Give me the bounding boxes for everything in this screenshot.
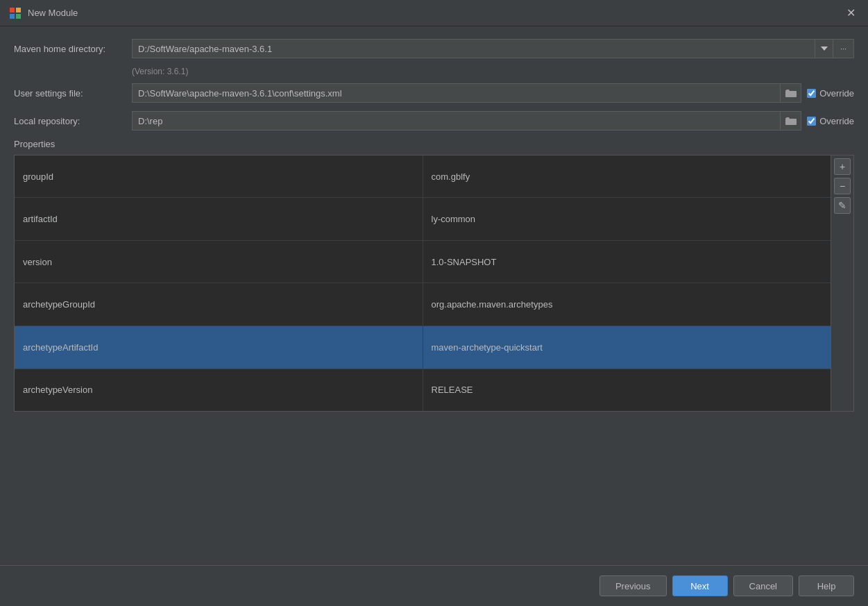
local-repo-field-group: Override <box>132 111 854 131</box>
table-row[interactable]: version 1.0-SNAPSHOT <box>15 240 831 283</box>
property-key: groupId <box>15 155 423 198</box>
help-button[interactable]: Help <box>799 575 854 596</box>
user-settings-override-group: Override <box>807 88 854 99</box>
table-row[interactable]: groupId com.gblfy <box>15 155 831 198</box>
maven-home-ellipsis-btn[interactable]: ··· <box>833 39 854 58</box>
table-row[interactable]: archetypeArtifactId maven-archetype-quic… <box>15 326 831 369</box>
user-settings-label: User settings file: <box>14 88 132 99</box>
property-key: version <box>15 240 423 283</box>
property-value: maven-archetype-quickstart <box>423 326 831 369</box>
user-settings-override-checkbox[interactable] <box>807 89 816 98</box>
maven-home-row: Maven home directory: ··· <box>14 39 854 58</box>
maven-home-field-group: ··· <box>132 39 854 58</box>
properties-container: groupId com.gblfy artifactId ly-common v… <box>14 155 854 412</box>
property-value: RELEASE <box>423 369 831 411</box>
dialog-title: New Module <box>28 8 842 18</box>
property-value: ly-common <box>423 198 831 241</box>
previous-button[interactable]: Previous <box>599 575 667 596</box>
property-key: archetypeVersion <box>15 369 423 411</box>
add-property-button[interactable]: + <box>834 158 851 175</box>
property-value: org.apache.maven.archetypes <box>423 283 831 326</box>
svg-rect-2 <box>10 14 15 19</box>
svg-rect-1 <box>16 8 21 12</box>
property-key: archetypeArtifactId <box>15 326 423 369</box>
local-repo-row: Local repository: Override <box>14 111 854 131</box>
maven-home-input[interactable] <box>132 39 815 58</box>
local-repo-folder-btn[interactable] <box>781 111 801 131</box>
svg-rect-3 <box>16 14 21 19</box>
footer: Previous Next Cancel Help <box>0 565 868 606</box>
local-repo-override-label[interactable]: Override <box>819 116 854 126</box>
property-value: 1.0-SNAPSHOT <box>423 240 831 283</box>
property-value: com.gblfy <box>423 155 831 198</box>
maven-home-label: Maven home directory: <box>14 44 132 54</box>
table-row[interactable]: archetypeGroupId org.apache.maven.archet… <box>15 283 831 326</box>
user-settings-override-label[interactable]: Override <box>819 88 854 99</box>
app-icon <box>8 6 22 20</box>
properties-side-actions: + − ✎ <box>831 155 853 411</box>
local-repo-override-group: Override <box>807 116 854 126</box>
local-repo-label: Local repository: <box>14 116 132 126</box>
dialog-body: Maven home directory: ··· (Version: 3.6.… <box>0 26 868 424</box>
local-repo-input[interactable] <box>132 111 781 131</box>
properties-table: groupId com.gblfy artifactId ly-common v… <box>15 155 831 411</box>
properties-section-label: Properties <box>14 139 854 149</box>
edit-property-button[interactable]: ✎ <box>834 197 851 214</box>
user-settings-folder-btn[interactable] <box>781 83 801 103</box>
svg-rect-0 <box>10 8 15 12</box>
cancel-button[interactable]: Cancel <box>733 575 793 596</box>
property-key: artifactId <box>15 198 423 241</box>
property-key: archetypeGroupId <box>15 283 423 326</box>
user-settings-row: User settings file: Override <box>14 83 854 103</box>
local-repo-override-checkbox[interactable] <box>807 117 816 126</box>
remove-property-button[interactable]: − <box>834 178 851 194</box>
close-button[interactable]: ✕ <box>842 5 860 21</box>
table-row[interactable]: archetypeVersion RELEASE <box>15 369 831 411</box>
version-hint: (Version: 3.6.1) <box>132 67 854 76</box>
maven-home-dropdown-btn[interactable] <box>815 39 833 58</box>
title-bar: New Module ✕ <box>0 0 868 26</box>
user-settings-input[interactable] <box>132 83 781 103</box>
next-button[interactable]: Next <box>672 575 728 596</box>
user-settings-field-group: Override <box>132 83 854 103</box>
table-row[interactable]: artifactId ly-common <box>15 198 831 241</box>
